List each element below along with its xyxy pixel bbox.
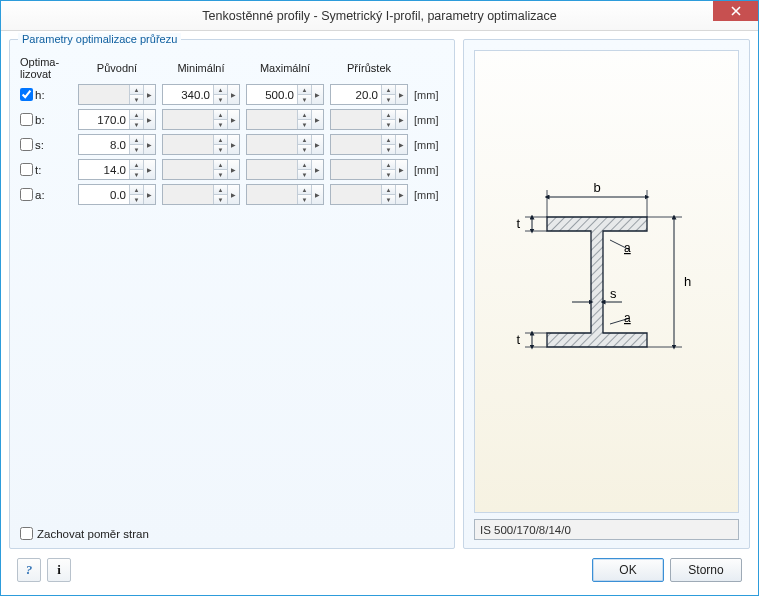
max-h-up[interactable]: ▲	[298, 85, 311, 95]
min-h-drop[interactable]: ▶	[227, 85, 239, 104]
min-s-up[interactable]: ▲	[214, 135, 227, 145]
preserve-aspect-checkbox[interactable]	[20, 527, 33, 540]
orig-t-input[interactable]	[79, 160, 129, 179]
orig-a-drop[interactable]: ▶	[143, 185, 155, 204]
ok-button[interactable]: OK	[592, 558, 664, 582]
min-t-input	[163, 160, 213, 179]
min-h-up[interactable]: ▲	[214, 85, 227, 95]
max-s-down[interactable]: ▼	[298, 145, 311, 154]
inc-a-drop[interactable]: ▶	[395, 185, 407, 204]
preview-group: b h t	[463, 39, 750, 549]
orig-a-up[interactable]: ▲	[130, 185, 143, 195]
optimize-checkbox-t[interactable]	[20, 163, 33, 176]
info-icon: i	[57, 562, 61, 578]
dim-label-t-top: t	[516, 216, 520, 231]
orig-b-up[interactable]: ▲	[130, 110, 143, 120]
preserve-aspect-row: Zachovat poměr stran	[20, 521, 444, 540]
min-b-up[interactable]: ▲	[214, 110, 227, 120]
info-button[interactable]: i	[47, 558, 71, 582]
param-label-h: h:	[35, 89, 45, 101]
max-s-drop[interactable]: ▶	[311, 135, 323, 154]
inc-a-input	[331, 185, 381, 204]
min-a-up[interactable]: ▲	[214, 185, 227, 195]
max-a: ▲▼ ▶	[246, 184, 324, 205]
min-t-up[interactable]: ▲	[214, 160, 227, 170]
inc-b-drop[interactable]: ▶	[395, 110, 407, 129]
max-t-up[interactable]: ▲	[298, 160, 311, 170]
inc-s-up[interactable]: ▲	[382, 135, 395, 145]
inc-t-down[interactable]: ▼	[382, 170, 395, 179]
orig-h-up[interactable]: ▲	[130, 85, 143, 95]
inc-s-drop[interactable]: ▶	[395, 135, 407, 154]
optimize-checkbox-h[interactable]	[20, 88, 33, 101]
inc-s-down[interactable]: ▼	[382, 145, 395, 154]
max-a-down[interactable]: ▼	[298, 195, 311, 204]
orig-s-up[interactable]: ▲	[130, 135, 143, 145]
min-s-input	[163, 135, 213, 154]
dialog-window: Tenkostěnné profily - Symetrický I-profi…	[0, 0, 759, 596]
max-s-up[interactable]: ▲	[298, 135, 311, 145]
main-row: Parametry optimalizace průřezu Optima-li…	[9, 39, 750, 549]
min-b-drop[interactable]: ▶	[227, 110, 239, 129]
inc-t-drop[interactable]: ▶	[395, 160, 407, 179]
inc-h-up[interactable]: ▲	[382, 85, 395, 95]
inc-h-drop[interactable]: ▶	[395, 85, 407, 104]
min-h-input[interactable]	[163, 85, 213, 104]
orig-t-down[interactable]: ▼	[130, 170, 143, 179]
orig-h-down[interactable]: ▼	[130, 95, 143, 104]
max-a-up[interactable]: ▲	[298, 185, 311, 195]
orig-a-input[interactable]	[79, 185, 129, 204]
max-h-drop[interactable]: ▶	[311, 85, 323, 104]
min-s-down[interactable]: ▼	[214, 145, 227, 154]
header-minimum: Minimální	[162, 62, 240, 74]
orig-b-input[interactable]	[79, 110, 129, 129]
max-b-drop[interactable]: ▶	[311, 110, 323, 129]
min-t-down[interactable]: ▼	[214, 170, 227, 179]
max-t: ▲▼ ▶	[246, 159, 324, 180]
inc-a-down[interactable]: ▼	[382, 195, 395, 204]
orig-b-drop[interactable]: ▶	[143, 110, 155, 129]
orig-t-up[interactable]: ▲	[130, 160, 143, 170]
min-b-down[interactable]: ▼	[214, 120, 227, 129]
close-button[interactable]	[713, 1, 758, 21]
min-a-down[interactable]: ▼	[214, 195, 227, 204]
max-t-drop[interactable]: ▶	[311, 160, 323, 179]
parameters-group: Parametry optimalizace průřezu Optima-li…	[9, 39, 455, 549]
optimize-checkbox-s[interactable]	[20, 138, 33, 151]
min-h-down[interactable]: ▼	[214, 95, 227, 104]
inc-t-up[interactable]: ▲	[382, 160, 395, 170]
inc-a-up[interactable]: ▲	[382, 185, 395, 195]
dim-label-s: s	[610, 286, 617, 301]
min-s-drop[interactable]: ▶	[227, 135, 239, 154]
inc-b-up[interactable]: ▲	[382, 110, 395, 120]
max-h-input[interactable]	[247, 85, 297, 104]
orig-b-down[interactable]: ▼	[130, 120, 143, 129]
orig-t: ▲▼ ▶	[78, 159, 156, 180]
max-b-down[interactable]: ▼	[298, 120, 311, 129]
inc-h-input[interactable]	[331, 85, 381, 104]
help-button[interactable]: ?	[17, 558, 41, 582]
orig-s-input[interactable]	[79, 135, 129, 154]
optimize-checkbox-b[interactable]	[20, 113, 33, 126]
inc-h-down[interactable]: ▼	[382, 95, 395, 104]
orig-a-down[interactable]: ▼	[130, 195, 143, 204]
orig-h-drop[interactable]: ▶	[143, 85, 155, 104]
max-b-up[interactable]: ▲	[298, 110, 311, 120]
max-a-drop[interactable]: ▶	[311, 185, 323, 204]
cancel-button[interactable]: Storno	[670, 558, 742, 582]
min-t-drop[interactable]: ▶	[227, 160, 239, 179]
inc-b-down[interactable]: ▼	[382, 120, 395, 129]
optimize-checkbox-a[interactable]	[20, 188, 33, 201]
inc-a: ▲▼ ▶	[330, 184, 408, 205]
orig-t-drop[interactable]: ▶	[143, 160, 155, 179]
max-t-down[interactable]: ▼	[298, 170, 311, 179]
dim-label-a-top: a	[624, 241, 631, 255]
orig-s-down[interactable]: ▼	[130, 145, 143, 154]
inc-s: ▲▼ ▶	[330, 134, 408, 155]
max-s-input	[247, 135, 297, 154]
param-label-t: t:	[35, 164, 41, 176]
min-a-drop[interactable]: ▶	[227, 185, 239, 204]
max-b-input	[247, 110, 297, 129]
max-h-down[interactable]: ▼	[298, 95, 311, 104]
orig-s-drop[interactable]: ▶	[143, 135, 155, 154]
